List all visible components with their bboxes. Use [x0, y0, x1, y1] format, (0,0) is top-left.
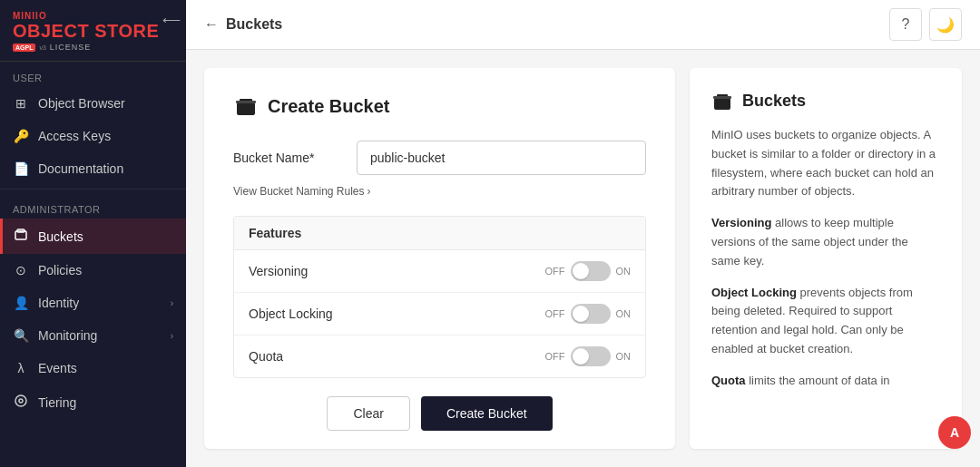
sidebar-logo: MINIIO OBJECT STORE AGPL v3 LICENSE ⟵ — [0, 0, 186, 62]
policies-icon: ⊙ — [13, 263, 29, 277]
documentation-icon: 📄 — [13, 161, 29, 176]
features-header: Features — [234, 217, 645, 250]
license-text: LICENSE — [50, 43, 92, 52]
object-locking-toggle[interactable] — [571, 304, 611, 324]
bucket-name-row: Bucket Name* — [233, 141, 646, 175]
sidebar-item-documentation[interactable]: 📄 Documentation — [0, 152, 186, 185]
sidebar: MINIIO OBJECT STORE AGPL v3 LICENSE ⟵ Us… — [0, 0, 186, 467]
quota-toggle-wrapper: OFF ON — [545, 346, 632, 366]
sidebar-item-label: Monitoring — [38, 328, 162, 343]
monitoring-chevron-icon: › — [171, 331, 173, 341]
agpl-badge: AGPL — [13, 44, 35, 52]
object-browser-icon: ⊞ — [13, 96, 29, 111]
v3-badge: v3 — [39, 44, 45, 51]
quota-label: Quota — [249, 349, 545, 364]
accessibility-button[interactable]: A — [938, 416, 971, 449]
card-title: Create Bucket — [233, 93, 646, 119]
sidebar-item-label: Documentation — [38, 161, 173, 176]
content-area: Create Bucket Bucket Name* View Bucket N… — [186, 50, 980, 467]
object-locking-off-label: OFF — [545, 308, 565, 319]
buckets-icon — [13, 228, 29, 245]
versioning-toggle[interactable] — [571, 261, 611, 281]
quota-row: Quota OFF ON — [234, 336, 645, 377]
main-content: ← Buckets ? 🌙 Create Bucket — [186, 0, 980, 467]
sidebar-item-label: Tiering — [38, 395, 173, 410]
identity-icon: 👤 — [13, 296, 29, 310]
access-keys-icon: 🔑 — [13, 129, 29, 143]
moon-icon: 🌙 — [936, 16, 955, 34]
help-icon: ? — [902, 16, 910, 33]
naming-rules-link[interactable]: View Bucket Naming Rules › — [233, 185, 371, 198]
info-bucket-icon — [711, 90, 733, 112]
theme-toggle-button[interactable]: 🌙 — [929, 8, 962, 41]
tiering-icon — [13, 394, 29, 411]
clear-button[interactable]: Clear — [327, 396, 409, 431]
topbar: ← Buckets ? 🌙 — [186, 0, 980, 50]
help-button[interactable]: ? — [889, 8, 922, 41]
admin-section-label: Administrator — [0, 193, 186, 219]
sidebar-item-label: Buckets — [38, 229, 173, 244]
info-panel: Buckets MinIO uses buckets to organize o… — [690, 68, 962, 449]
identity-chevron-icon: › — [171, 298, 173, 308]
page-title: Buckets — [226, 16, 282, 33]
sidebar-item-label: Access Keys — [38, 129, 173, 143]
bucket-name-label: Bucket Name* — [233, 151, 342, 165]
versioning-row: Versioning OFF ON — [234, 250, 645, 293]
sidebar-item-label: Object Browser — [38, 96, 173, 111]
back-arrow-icon[interactable]: ← — [204, 16, 219, 33]
sidebar-item-tiering[interactable]: Tiering — [0, 384, 186, 420]
quota-toggle[interactable] — [571, 346, 611, 366]
info-text-4: Quota limits the amount of data in — [711, 372, 940, 391]
svg-rect-7 — [714, 98, 730, 110]
bucket-name-input[interactable] — [357, 141, 646, 175]
sidebar-item-access-keys[interactable]: 🔑 Access Keys — [0, 120, 186, 152]
naming-rules-chevron-icon: › — [368, 185, 371, 198]
events-icon: λ — [13, 361, 29, 375]
sidebar-item-events[interactable]: λ Events — [0, 352, 186, 384]
sidebar-item-object-browser[interactable]: ⊞ Object Browser — [0, 87, 186, 120]
info-title: Buckets — [711, 90, 940, 112]
sidebar-item-identity[interactable]: 👤 Identity › — [0, 287, 186, 319]
info-text-2: Versioning allows to keep multiple versi… — [711, 214, 940, 270]
topbar-actions: ? 🌙 — [889, 8, 962, 41]
svg-rect-4 — [237, 102, 255, 115]
sidebar-item-label: Identity — [38, 296, 162, 310]
bucket-title-icon — [233, 93, 259, 119]
object-locking-toggle-wrapper: OFF ON — [545, 304, 632, 324]
user-section-label: User — [0, 62, 186, 87]
versioning-label: Versioning — [249, 264, 545, 278]
info-panel-title: Buckets — [742, 92, 806, 111]
sidebar-item-label: Policies — [38, 263, 173, 277]
sidebar-item-buckets[interactable]: Buckets — [0, 219, 186, 254]
svg-point-2 — [15, 395, 26, 406]
object-locking-label: Object Locking — [249, 306, 545, 321]
monitoring-icon: 🔍 — [13, 328, 29, 343]
object-locking-row: Object Locking OFF ON — [234, 293, 645, 336]
info-text-1: MinIO uses buckets to organize objects. … — [711, 126, 940, 201]
quota-off-label: OFF — [545, 351, 565, 362]
license-badge: AGPL v3 LICENSE — [13, 43, 173, 52]
create-bucket-card: Create Bucket Bucket Name* View Bucket N… — [204, 68, 675, 449]
sidebar-collapse-button[interactable]: ⟵ — [157, 9, 186, 31]
naming-rules-text: View Bucket Naming Rules — [233, 185, 365, 198]
svg-rect-9 — [713, 96, 731, 99]
brand-mini: MINIIO — [13, 11, 173, 21]
sidebar-item-label: Events — [38, 361, 173, 375]
info-text-3: Object Locking prevents objects from bei… — [711, 284, 940, 359]
create-bucket-button[interactable]: Create Bucket — [421, 396, 553, 431]
form-actions: Clear Create Bucket — [233, 396, 646, 431]
sidebar-item-policies[interactable]: ⊙ Policies — [0, 254, 186, 287]
accessibility-icon: A — [950, 425, 959, 440]
create-bucket-title: Create Bucket — [268, 96, 390, 117]
svg-rect-6 — [236, 101, 256, 103]
brand-name: OBJECT STORE — [13, 21, 173, 41]
features-section: Features Versioning OFF ON Object Lockin… — [233, 216, 646, 378]
sidebar-item-monitoring[interactable]: 🔍 Monitoring › — [0, 319, 186, 352]
sidebar-divider — [0, 189, 186, 190]
svg-point-3 — [19, 399, 23, 403]
versioning-on-label: ON — [616, 266, 632, 277]
versioning-off-label: OFF — [545, 266, 565, 277]
versioning-toggle-wrapper: OFF ON — [545, 261, 632, 281]
object-locking-on-label: ON — [616, 308, 632, 319]
topbar-left: ← Buckets — [204, 16, 282, 33]
